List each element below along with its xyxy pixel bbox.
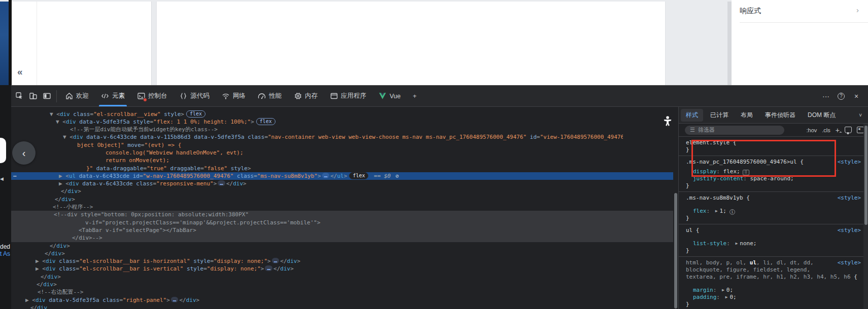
dom-tree-row[interactable]: <!--小程序--> [11, 203, 673, 211]
dom-tree-row[interactable]: </div>--> [11, 234, 673, 242]
css-rule[interactable]: ul {list-style: ▶none;}<style> [679, 224, 868, 257]
dom-tree-row[interactable]: ▶ <div class="el-scrollbar__bar is-verti… [11, 265, 673, 273]
styles-tab-已计算[interactable]: 已计算 [705, 109, 734, 122]
collapse-sidebar-icon[interactable]: « [17, 66, 23, 78]
devtools-tab-+[interactable]: + [407, 86, 423, 106]
stylesheet-link[interactable]: <style> [838, 259, 861, 266]
inspect-element-icon[interactable] [15, 92, 24, 100]
styles-scrollbar[interactable] [863, 124, 868, 309]
page-scrollbar[interactable] [727, 2, 732, 85]
close-devtools-icon[interactable]: × [852, 92, 861, 101]
devtools-tab-欢迎[interactable]: 欢迎 [59, 86, 95, 106]
dom-tree-row[interactable]: bject Object]" move="(evt) => { [11, 141, 673, 149]
code-token: = [254, 173, 257, 179]
more-options-icon[interactable]: ··· [821, 92, 830, 101]
css-rule[interactable]: .ms-nav-su8m8v1yb {flex: ▶1;i}<style> [679, 192, 868, 224]
copy-styles-icon[interactable] [845, 127, 852, 133]
expand-inline-icon[interactable]: … [171, 297, 179, 302]
toggle-hover-state-button[interactable]: :hov [807, 127, 817, 133]
devtools-tab-Vue[interactable]: Vue [372, 86, 407, 106]
dock-side-icon[interactable] [43, 92, 51, 100]
dom-tree-row[interactable]: v-if="project.projectClass=='minapp'&&pr… [11, 219, 673, 226]
stylesheet-link[interactable]: <style> [838, 227, 861, 234]
styles-tab-样式[interactable]: 样式 [681, 109, 703, 122]
dom-tree-row[interactable]: return onMove(evt); [11, 157, 673, 164]
devtools-tab-应用程序[interactable]: 应用程序 [324, 86, 372, 106]
css-property[interactable]: padding: ▶0; [686, 294, 863, 301]
elements-scrollbar-thumb[interactable] [674, 193, 677, 308]
elements-tree-panel[interactable]: ▼ <div class="el-scrollbar__view" style>… [11, 107, 673, 309]
device-emulation-icon[interactable] [29, 92, 38, 100]
dom-tree-row[interactable]: ▼ <div class="el-scrollbar__view" style>… [11, 110, 673, 118]
styles-tab-DOM 断点[interactable]: DOM 断点 [803, 109, 841, 122]
code-line: bject Object]" move="(evt) => { [11, 141, 623, 149]
css-rule[interactable]: html, body, p, ol, ul, li, dl, dt, dd,bl… [679, 257, 868, 309]
expand-value-icon[interactable]: ▶ [735, 240, 738, 247]
code-line: ▶ <div class="el-scrollbar__bar is-verti… [11, 265, 623, 273]
code-token: return onMove(evt); [106, 157, 169, 164]
expand-value-icon[interactable]: ▶ [725, 294, 728, 301]
expand-inline-icon[interactable]: … [265, 265, 272, 271]
property-token: margin [693, 287, 713, 293]
stylesheet-link[interactable]: <style> [838, 159, 861, 165]
styles-tab-布局[interactable]: 布局 [736, 109, 758, 122]
expand-inline-icon[interactable]: … [218, 180, 225, 186]
styles-filter-input[interactable]: ☰ 筛选器 [685, 126, 784, 135]
dom-tree-row[interactable]: console.log("Webview handleOnMove", evt)… [11, 149, 673, 157]
dom-tree-row[interactable]: ▶ <div class="el-scrollbar__bar is-horiz… [11, 257, 673, 265]
expand-value-icon[interactable]: ▶ [722, 287, 724, 294]
chevron-down-icon[interactable]: ˅ [859, 112, 868, 118]
code-line: <!--右边配置--> [11, 288, 623, 296]
expand-inline-icon[interactable]: … [322, 173, 330, 178]
code-token: = [140, 173, 143, 179]
dom-tree-row[interactable]: ⋯▶ <ul data-v-6c433cde id="w-nav-1760489… [11, 172, 673, 180]
element-state-icon[interactable] [857, 127, 864, 133]
dom-tree-row[interactable]: ▼ <div data-v-5dfe3f5a style="flex: 1 1 … [11, 118, 673, 126]
devtools-tab-性能[interactable]: 性能 [252, 86, 288, 106]
back-button-overlay[interactable]: ‹ [12, 141, 36, 165]
css-property[interactable]: margin: ▶0; [686, 287, 863, 294]
application-icon [330, 92, 338, 100]
devtools-tab-控制台[interactable]: 控制台 [131, 86, 173, 106]
expand-inline-icon[interactable]: … [272, 258, 280, 263]
styles-scrollbar-thumb[interactable] [864, 126, 867, 225]
flex-badge[interactable]: flex [256, 118, 275, 125]
elements-scrollbar[interactable] [673, 107, 678, 309]
dom-tree-row[interactable]: </div> [11, 281, 673, 288]
code-token: class [56, 265, 76, 272]
devtools-tab-内存[interactable]: 内存 [288, 86, 324, 106]
dom-tree-row[interactable]: ▼ <div data-v-6c433cde data-v-115b86d3 d… [11, 133, 673, 141]
flex-badge[interactable]: flex [186, 110, 205, 118]
toggle-class-button[interactable]: .cls [822, 127, 830, 133]
expand-value-icon[interactable]: ▶ [715, 208, 718, 215]
dom-tree-row[interactable]: <!--第一层div能自动赋予当前widget的key的class--> [11, 126, 673, 133]
dom-tree-row[interactable]: </div> [11, 196, 673, 203]
devtools-tab-源代码[interactable]: 源代码 [173, 86, 216, 106]
dom-tree-row[interactable]: ▶ <div data-v-6c433cde class="responsive… [11, 180, 673, 187]
dom-tree-row[interactable]: <!--右边配置--> [11, 288, 673, 296]
row-menu-icon[interactable]: ⋯ [13, 172, 17, 180]
dom-tree-row[interactable]: <!--div style="bottom: 0px;position: abs… [11, 211, 673, 218]
property-token: 0; [730, 294, 736, 300]
dom-tree-row[interactable]: <TabBar v-if="selectPage"></TabBar> [11, 226, 673, 234]
flex-badge[interactable]: flex [349, 172, 368, 179]
dom-tree-row[interactable]: </div> [11, 242, 673, 250]
css-property[interactable]: flex: ▶1;i [686, 208, 863, 215]
help-icon[interactable]: ? [838, 93, 845, 100]
info-icon[interactable]: i [730, 209, 735, 215]
css-property[interactable]: list-style: ▶none; [686, 240, 863, 247]
dom-tree-row[interactable]: </div> [11, 250, 673, 257]
dom-tree-row[interactable]: </div> [11, 187, 673, 195]
left-mini-arrow-icon: ◀ [0, 176, 4, 181]
devtools-tab-网络[interactable]: 网络 [216, 86, 252, 106]
styles-tab-事件侦听器[interactable]: 事件侦听器 [760, 109, 801, 122]
stylesheet-link[interactable]: <style> [838, 195, 861, 201]
dom-tree-row[interactable]: ▶ <div data-v-5dfe3f5a class="right-pane… [11, 296, 673, 304]
chevron-right-icon[interactable]: › [856, 6, 859, 14]
dom-tree-row[interactable]: </div [11, 304, 673, 309]
new-style-rule-button[interactable]: + [836, 126, 840, 134]
dom-tree-row[interactable]: }" data-draggable="true" draggable="fals… [11, 165, 673, 172]
dom-tree-row[interactable]: </div> [11, 273, 673, 281]
devtools-tabs: 欢迎元素控制台源代码网络性能内存应用程序Vue+ [59, 86, 423, 106]
devtools-tab-元素[interactable]: 元素 [95, 86, 131, 106]
